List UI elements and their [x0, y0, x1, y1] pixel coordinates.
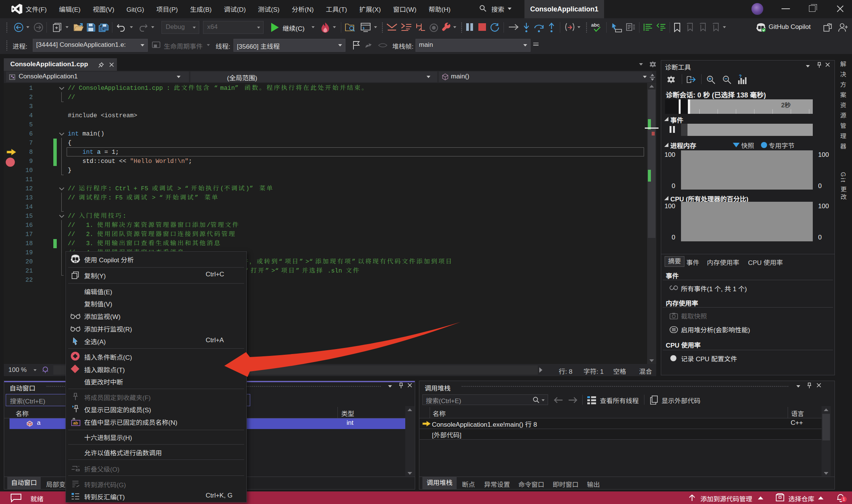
svg-text:?: ?: [739, 74, 742, 79]
svg-text:ab: ab: [73, 421, 78, 425]
svg-text:abc: abc: [591, 22, 599, 28]
